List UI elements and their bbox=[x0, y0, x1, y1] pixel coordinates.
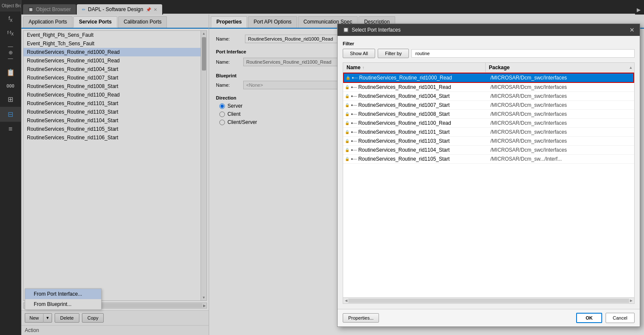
port-type-icon-7: ●— bbox=[351, 139, 357, 143]
table-row-0[interactable]: 🔒 ●— RoutineServices_Routine_rid1000_Rea… bbox=[343, 73, 634, 83]
table-row-1[interactable]: 🔒 ●— RoutineServices_Routine_rid1001_Rea… bbox=[343, 83, 634, 92]
dialog-title-bar: 🔲 Select Port Interfaces ✕ bbox=[338, 24, 640, 36]
table-row-7[interactable]: 🔒 ●— RoutineServices_Routine_rid1103_Sta… bbox=[343, 137, 634, 146]
sort-icon: ↑ bbox=[362, 65, 364, 70]
port-type-icon-0: ●— bbox=[352, 76, 358, 80]
table-header-package: Package bbox=[486, 63, 628, 72]
table-row-6[interactable]: 🔒 ●— RoutineServices_Routine_rid1101_Sta… bbox=[343, 128, 634, 137]
lock-icon-3: 🔒 bbox=[345, 103, 350, 107]
table-cell-name-0: 🔒 ●— RoutineServices_Routine_rid1000_Rea… bbox=[344, 73, 487, 82]
table-cell-pkg-0: /MICROSAR/Dcm_swc/Interfaces bbox=[487, 73, 633, 82]
ok-button[interactable]: OK bbox=[576, 313, 602, 323]
lock-icon-9: 🔒 bbox=[345, 157, 350, 161]
table-row-5[interactable]: 🔒 ●— RoutineServices_Routine_rid1100_Rea… bbox=[343, 119, 634, 128]
lock-icon-5: 🔒 bbox=[345, 121, 350, 125]
show-all-button[interactable]: Show All bbox=[343, 49, 375, 58]
lock-icon-6: 🔒 bbox=[345, 130, 350, 134]
table-row-9[interactable]: 🔒 ●— RoutineServices_Routine_rid1105_Sta… bbox=[343, 155, 634, 164]
port-type-icon-5: ●— bbox=[351, 121, 357, 125]
port-type-icon-9: ●— bbox=[351, 157, 357, 161]
port-type-icon-2: ●— bbox=[351, 94, 357, 98]
table-header-name: Name ↑ bbox=[343, 63, 486, 72]
table-hscroll-right[interactable]: ▶ bbox=[629, 299, 633, 303]
port-interfaces-table: Name ↑ Package ▲ 🔒 ●— Rout bbox=[343, 62, 635, 304]
table-row-4[interactable]: 🔒 ●— RoutineServices_Routine_rid1008_Sta… bbox=[343, 110, 634, 119]
table-hscroll-left[interactable]: ◀ bbox=[344, 299, 348, 303]
dialog-icon: 🔲 bbox=[343, 27, 349, 33]
table-scroll-up[interactable]: ▲ bbox=[627, 65, 634, 70]
table-row-8[interactable]: 🔒 ●— RoutineServices_Routine_rid1104_Sta… bbox=[343, 146, 634, 155]
lock-icon-0: 🔒 bbox=[346, 76, 350, 80]
port-type-icon-3: ●— bbox=[351, 103, 357, 107]
dialog-footer: Properties... OK Cancel bbox=[338, 309, 640, 326]
lock-icon-1: 🔒 bbox=[345, 85, 350, 89]
lock-icon-8: 🔒 bbox=[345, 148, 350, 152]
port-type-icon-1: ●— bbox=[351, 85, 357, 89]
table-row-3[interactable]: 🔒 ●— RoutineServices_Routine_rid1007_Sta… bbox=[343, 101, 634, 110]
filter-label: Filter bbox=[343, 41, 635, 46]
select-port-dialog: 🔲 Select Port Interfaces ✕ Filter Show A… bbox=[337, 24, 640, 327]
lock-icon-4: 🔒 bbox=[345, 112, 350, 116]
filter-input[interactable] bbox=[411, 49, 635, 58]
lock-icon-2: 🔒 bbox=[345, 94, 350, 98]
port-type-icon-8: ●— bbox=[351, 148, 357, 152]
cancel-button[interactable]: Cancel bbox=[606, 313, 635, 323]
lock-icon-7: 🔒 bbox=[345, 139, 350, 143]
table-row-2[interactable]: 🔒 ●— RoutineServices_Routine_rid1004_Sta… bbox=[343, 92, 634, 101]
port-type-icon-6: ●— bbox=[351, 130, 357, 134]
properties-button[interactable]: Properties... bbox=[343, 313, 379, 323]
filter-by-button[interactable]: Filter by bbox=[378, 49, 409, 58]
table-body[interactable]: 🔒 ●— RoutineServices_Routine_rid1000_Rea… bbox=[343, 73, 634, 297]
dialog-title: 🔲 Select Port Interfaces bbox=[343, 27, 401, 33]
dialog-close-button[interactable]: ✕ bbox=[629, 26, 635, 33]
filter-section: Filter Show All Filter by bbox=[343, 41, 635, 58]
port-type-icon-4: ●— bbox=[351, 112, 357, 116]
